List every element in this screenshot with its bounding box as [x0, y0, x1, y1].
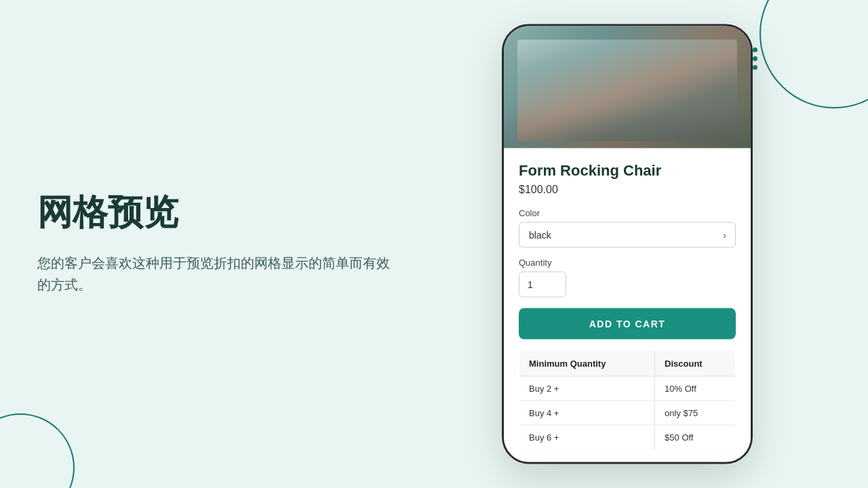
- min-qty-cell: Buy 6 +: [519, 425, 655, 449]
- product-price: $100.00: [519, 184, 736, 196]
- discount-cell: $50 Off: [655, 425, 736, 449]
- product-image: [504, 26, 751, 148]
- page-title: 网格预览: [37, 192, 390, 233]
- discount-cell: 10% Off: [655, 376, 736, 401]
- left-content: 网格预览 您的客户会喜欢这种用于预览折扣的网格显示的简单而有效的方式。: [37, 192, 390, 296]
- color-select[interactable]: black white gray brown: [519, 222, 736, 248]
- discount-header: Discount: [655, 350, 736, 376]
- quantity-field: Quantity: [519, 258, 736, 308]
- table-row: Buy 4 + only $75: [519, 401, 736, 425]
- discount-cell: only $75: [655, 401, 736, 425]
- min-qty-header: Minimum Quantity: [519, 350, 655, 376]
- color-label: Color: [519, 208, 736, 218]
- discount-table: Minimum Quantity Discount Buy 2 + 10% Of…: [519, 350, 736, 450]
- color-field: Color black white gray brown ›: [519, 208, 736, 248]
- quantity-input[interactable]: [519, 272, 566, 298]
- min-qty-cell: Buy 4 +: [519, 401, 655, 425]
- min-qty-cell: Buy 2 +: [519, 376, 655, 401]
- phone-mockup: Form Rocking Chair $100.00 Color black w…: [502, 24, 753, 464]
- table-row: Buy 6 + $50 Off: [519, 425, 736, 449]
- deco-circle-top-right: [760, 0, 868, 108]
- image-overlay: [504, 108, 751, 148]
- color-select-wrapper: black white gray brown ›: [519, 222, 736, 248]
- product-content: Form Rocking Chair $100.00 Color black w…: [504, 148, 751, 462]
- add-to-cart-button[interactable]: ADD TO CART: [519, 308, 736, 340]
- phone-frame: Form Rocking Chair $100.00 Color black w…: [502, 24, 753, 464]
- table-row: Buy 2 + 10% Off: [519, 376, 736, 401]
- product-title: Form Rocking Chair: [519, 162, 736, 180]
- deco-circle-bottom-left: [0, 413, 75, 488]
- quantity-label: Quantity: [519, 258, 736, 268]
- page-description: 您的客户会喜欢这种用于预览折扣的网格显示的简单而有效的方式。: [37, 252, 390, 296]
